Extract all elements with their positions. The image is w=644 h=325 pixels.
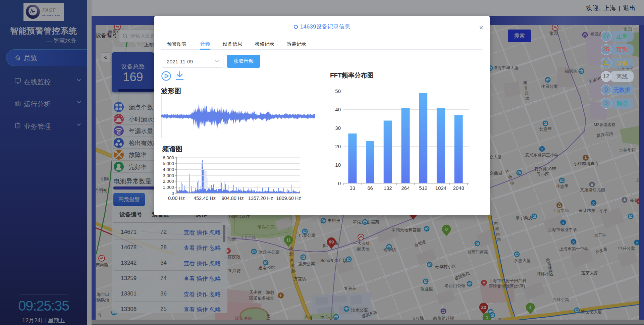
svg-text:132: 132 (384, 185, 392, 191)
svg-text:1024: 1024 (435, 185, 446, 191)
svg-text:2,000: 2,000 (163, 179, 174, 184)
svg-text:3,000: 3,000 (163, 173, 174, 178)
svg-text:0.00 Hz: 0.00 Hz (168, 196, 185, 201)
svg-text:30: 30 (335, 125, 341, 131)
svg-text:264: 264 (401, 185, 410, 191)
svg-text:2048: 2048 (453, 185, 464, 191)
svg-text:512: 512 (419, 185, 427, 191)
svg-text:452.40 Hz: 452.40 Hz (194, 196, 216, 201)
svg-text:1,000: 1,000 (163, 185, 174, 190)
svg-text:5,000: 5,000 (163, 161, 174, 166)
svg-text:频谱图: 频谱图 (162, 145, 182, 153)
svg-text:0: 0 (171, 191, 174, 196)
svg-text:33: 33 (350, 185, 355, 191)
svg-text:10: 10 (335, 162, 341, 168)
svg-text:904.80 Hz: 904.80 Hz (221, 196, 244, 201)
svg-text:20: 20 (335, 144, 341, 149)
svg-text:6,000: 6,000 (163, 155, 174, 160)
svg-text:1357.20 Hz: 1357.20 Hz (248, 196, 273, 201)
svg-text:40: 40 (335, 107, 341, 112)
svg-text:66: 66 (367, 185, 373, 191)
svg-text:50: 50 (335, 88, 341, 94)
svg-text:0: 0 (338, 180, 341, 186)
svg-text:1809.60 Hz: 1809.60 Hz (276, 196, 301, 201)
svg-text:4,000: 4,000 (163, 167, 174, 172)
